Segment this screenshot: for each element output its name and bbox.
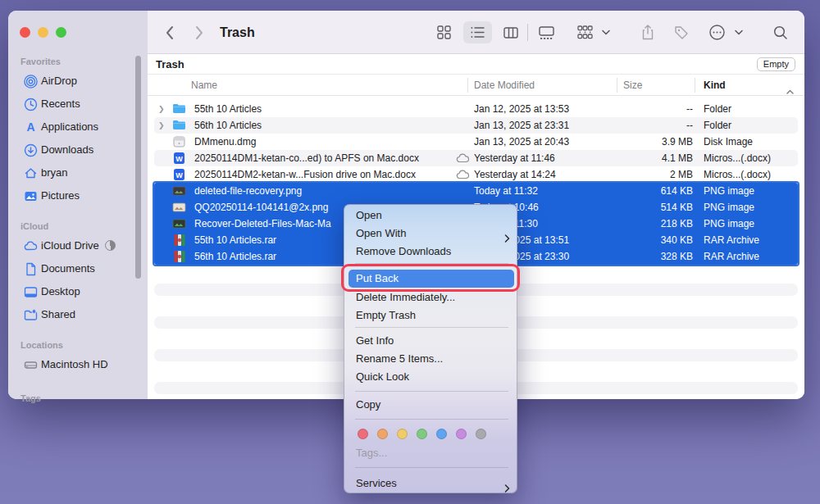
sidebar-scrollbar[interactable] xyxy=(135,56,141,279)
menu-item-get-info[interactable]: Get Info xyxy=(344,332,518,350)
disk-image-icon xyxy=(172,135,186,148)
group-by-chevron-icon[interactable] xyxy=(600,11,612,54)
tag-gray[interactable] xyxy=(476,429,486,439)
word-document-icon: W xyxy=(172,168,186,181)
menu-separator xyxy=(355,327,508,328)
table-row[interactable]: deleted-file-recovery.png Today at 11:32… xyxy=(154,183,798,199)
table-row[interactable]: W 20250114DM1-ketan-co...ed) to APFS on … xyxy=(154,150,798,166)
more-actions-button[interactable] xyxy=(708,11,725,54)
back-button[interactable] xyxy=(162,11,178,54)
rar-archive-icon xyxy=(172,250,186,263)
toolbar: Trash xyxy=(148,11,804,54)
sidebar-section-icloud: iCloud xyxy=(20,221,48,231)
downloads-icon xyxy=(24,143,38,157)
tag-purple[interactable] xyxy=(456,429,467,439)
column-header-kind[interactable]: Kind xyxy=(704,75,726,96)
sidebar-item-recents[interactable]: Recents xyxy=(15,94,141,114)
desktop-icon xyxy=(24,285,38,299)
menu-item-open[interactable]: Open xyxy=(344,207,518,225)
table-row[interactable]: DMmenu.dmg Jan 13, 2025 at 20:43 3.9 MB … xyxy=(154,134,798,150)
menu-item-tags[interactable]: Tags... xyxy=(344,444,518,462)
png-image-icon xyxy=(172,201,186,214)
empty-trash-button[interactable]: Empty xyxy=(757,57,795,71)
tag-blue[interactable] xyxy=(436,429,447,439)
tag-green[interactable] xyxy=(417,429,427,439)
home-icon xyxy=(24,166,38,180)
sidebar-item-downloads[interactable]: Downloads xyxy=(15,140,141,160)
menu-item-rename[interactable]: Rename 5 Items... xyxy=(344,350,518,368)
png-image-icon xyxy=(172,217,186,230)
menu-item-services[interactable]: Services xyxy=(344,474,518,493)
toolbar-divider xyxy=(527,24,528,41)
disclosure-chevron-icon[interactable]: ❯ xyxy=(158,101,165,117)
zoom-window-button[interactable] xyxy=(56,27,66,38)
sidebar-section-favorites: Favorites xyxy=(20,57,61,66)
sidebar-item-shared[interactable]: Shared xyxy=(15,305,141,325)
table-header: Name Date Modified Size Kind xyxy=(148,75,804,96)
svg-text:A: A xyxy=(26,120,34,134)
current-folder-label: Trash xyxy=(156,54,184,75)
sidebar-item-macintosh-hd[interactable]: Macintosh HD xyxy=(15,355,141,375)
table-row[interactable]: ❯ 55th 10 Articles Jan 12, 2025 at 13:53… xyxy=(154,101,798,117)
sidebar-item-applications[interactable]: A Applications xyxy=(15,117,141,137)
menu-item-empty-trash[interactable]: Empty Trash xyxy=(344,306,518,325)
window-title: Trash xyxy=(220,11,255,54)
svg-text:W: W xyxy=(175,155,183,163)
search-button[interactable] xyxy=(772,11,789,54)
menu-separator xyxy=(355,391,508,392)
column-header-date[interactable]: Date Modified xyxy=(474,75,535,96)
table-row[interactable]: ❯ 56th 10 Articles Jan 13, 2025 at 23:31… xyxy=(154,117,798,134)
gallery-view-button[interactable] xyxy=(537,11,555,54)
menu-item-remove-downloads[interactable]: Remove Downloads xyxy=(344,243,518,261)
sidebar-item-airdrop[interactable]: AirDrop xyxy=(15,71,141,91)
sidebar-item-desktop[interactable]: Desktop xyxy=(15,282,141,302)
tag-orange[interactable] xyxy=(377,429,388,439)
close-window-button[interactable] xyxy=(20,27,30,38)
menu-separator xyxy=(355,263,508,264)
sidebar-item-icloud-drive[interactable]: iCloud Drive xyxy=(15,236,141,256)
icloud-sync-progress xyxy=(105,240,116,251)
airdrop-icon xyxy=(24,75,38,89)
menu-item-open-with[interactable]: Open With xyxy=(344,225,518,243)
sidebar-section-tags: Tags xyxy=(20,393,41,403)
minimize-window-button[interactable] xyxy=(38,27,48,38)
folder-icon xyxy=(172,119,186,132)
sidebar-section-locations: Locations xyxy=(20,340,63,350)
group-by-button[interactable] xyxy=(576,11,594,54)
tag-button[interactable] xyxy=(673,11,690,54)
table-row[interactable]: W 20250114DM2-ketan-w...Fusion drive on … xyxy=(154,166,798,183)
sidebar-item-pictures[interactable]: Pictures xyxy=(15,186,141,206)
png-image-icon xyxy=(172,184,186,198)
menu-item-copy[interactable]: Copy xyxy=(344,396,518,414)
rar-archive-icon xyxy=(172,234,186,247)
column-view-button[interactable] xyxy=(503,11,519,54)
path-bar: Trash Empty xyxy=(148,54,804,75)
column-header-size[interactable]: Size xyxy=(623,75,642,96)
list-view-button[interactable] xyxy=(469,11,485,54)
menu-item-quick-look[interactable]: Quick Look xyxy=(344,368,518,386)
icloud-status-icon xyxy=(456,169,470,180)
shared-folder-icon xyxy=(24,308,38,322)
grid-view-button[interactable] xyxy=(435,11,452,54)
folder-icon xyxy=(172,102,186,116)
menu-item-put-back[interactable]: Put Back xyxy=(348,270,514,288)
sidebar-item-home[interactable]: bryan xyxy=(15,163,141,183)
word-document-icon: W xyxy=(172,152,186,165)
submenu-chevron-icon xyxy=(504,480,510,498)
context-menu: Open Open With Remove Downloads Put Back… xyxy=(344,204,517,493)
menu-separator xyxy=(355,467,508,468)
tag-red[interactable] xyxy=(358,429,368,439)
sort-ascending-icon xyxy=(786,83,794,98)
svg-text:W: W xyxy=(175,171,183,179)
applications-icon: A xyxy=(24,120,38,134)
document-icon xyxy=(24,262,38,276)
share-button[interactable] xyxy=(640,11,656,54)
clock-icon xyxy=(24,98,38,111)
disclosure-chevron-icon[interactable]: ❯ xyxy=(158,117,165,134)
column-header-name[interactable]: Name xyxy=(191,75,217,96)
more-actions-chevron-icon[interactable] xyxy=(733,11,745,54)
forward-button[interactable] xyxy=(191,11,207,54)
tag-yellow[interactable] xyxy=(397,429,408,439)
sidebar-item-documents[interactable]: Documents xyxy=(15,259,141,279)
menu-item-delete-immediately[interactable]: Delete Immediately... xyxy=(344,288,518,306)
